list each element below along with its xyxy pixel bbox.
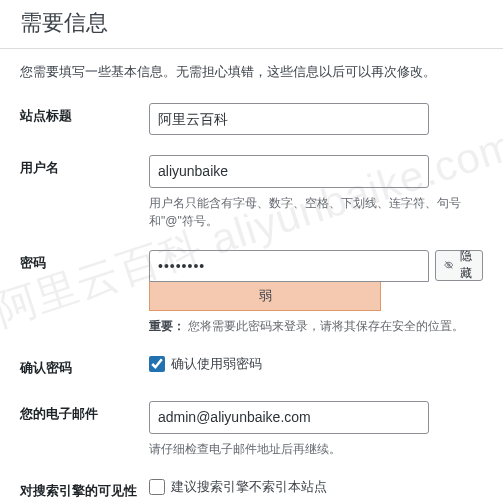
site-title-input[interactable] [149,103,429,135]
intro-text: 您需要填写一些基本信息。无需担心填错，这些信息以后可以再次修改。 [0,49,503,93]
weak-password-checkbox[interactable] [149,356,165,372]
email-label: 您的电子邮件 [0,391,139,467]
search-visibility-row[interactable]: 建议搜索引擎不索引本站点 [149,478,483,496]
search-visibility-label: 对搜索引擎的可见性 [0,468,139,500]
username-help: 用户名只能含有字母、数字、空格、下划线、连字符、句号和"@"符号。 [149,194,483,230]
weak-password-confirm[interactable]: 确认使用弱密码 [149,355,483,373]
username-input[interactable] [149,155,429,187]
hide-password-button[interactable]: 隐藏 [435,250,483,281]
password-help: 重要： 您将需要此密码来登录，请将其保存在安全的位置。 [149,317,483,335]
password-label: 密码 [0,240,139,345]
password-input[interactable] [149,250,429,282]
weak-password-checkbox-label: 确认使用弱密码 [171,355,262,373]
password-strength: 弱 [149,282,381,311]
site-title-label: 站点标题 [0,93,139,145]
username-label: 用户名 [0,145,139,239]
search-visibility-checkbox[interactable] [149,479,165,495]
eye-slash-icon [444,258,454,272]
confirm-password-label: 确认密码 [0,345,139,391]
page-heading: 需要信息 [0,0,503,49]
email-help: 请仔细检查电子邮件地址后再继续。 [149,440,483,458]
email-input[interactable] [149,401,429,433]
install-form: 站点标题 用户名 用户名只能含有字母、数字、空格、下划线、连字符、句号和"@"符… [0,93,503,500]
hide-password-label: 隐藏 [458,248,474,282]
search-visibility-checkbox-label: 建议搜索引擎不索引本站点 [171,478,327,496]
